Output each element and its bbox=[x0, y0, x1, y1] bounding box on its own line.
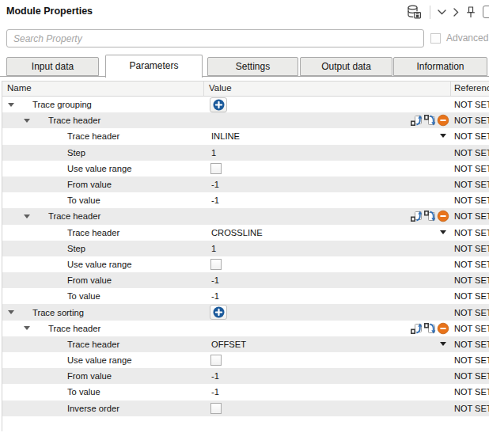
row-name-cell: Use value range bbox=[2, 352, 203, 368]
column-header-reference[interactable]: Reference bbox=[454, 83, 489, 93]
reference-status: NOT SET bbox=[450, 336, 489, 352]
row-name-cell: From value bbox=[2, 177, 203, 192]
row-label: To value bbox=[67, 196, 100, 205]
duplicate-down-icon[interactable] bbox=[423, 210, 436, 222]
dropdown-arrow-icon[interactable] bbox=[440, 230, 446, 237]
expander-icon[interactable] bbox=[24, 119, 30, 126]
expander-icon[interactable] bbox=[8, 103, 14, 110]
table-row[interactable]: Step1NOT SET bbox=[2, 241, 489, 256]
remove-icon[interactable] bbox=[437, 210, 449, 222]
row-value-cell: INLINE bbox=[203, 128, 450, 144]
plus-icon bbox=[213, 99, 225, 111]
row-value-cell bbox=[203, 208, 450, 224]
table-row[interactable]: Trace header NOT SET bbox=[2, 112, 489, 128]
dropdown-arrow-icon[interactable] bbox=[440, 342, 446, 349]
remove-icon[interactable] bbox=[437, 114, 449, 127]
reference-status: NOT SET bbox=[450, 352, 489, 368]
chevron-down-icon[interactable] bbox=[438, 9, 446, 15]
table-row[interactable]: To value-1NOT SET bbox=[2, 384, 489, 400]
remove-icon[interactable] bbox=[437, 322, 449, 335]
value-text[interactable]: -1 bbox=[211, 387, 219, 397]
table-row[interactable]: To value-1NOT SET bbox=[2, 288, 489, 304]
table-row[interactable]: Use value rangeNOT SET bbox=[2, 352, 489, 368]
reference-status: NOT SET bbox=[450, 161, 489, 177]
property-grid: Name Value Reference Trace grouping NOT … bbox=[2, 81, 489, 431]
value-checkbox[interactable] bbox=[210, 355, 222, 366]
expander-icon[interactable] bbox=[8, 310, 14, 317]
table-row[interactable]: Step1NOT SET bbox=[2, 145, 489, 161]
table-row[interactable]: Use value rangeNOT SET bbox=[2, 256, 489, 272]
row-name-cell: Step bbox=[2, 145, 203, 161]
row-name-cell: From value bbox=[2, 368, 203, 384]
group-actions bbox=[410, 322, 449, 335]
duplicate-up-icon[interactable] bbox=[410, 322, 423, 335]
column-header-name[interactable]: Name bbox=[7, 83, 32, 93]
value-text[interactable]: INLINE bbox=[211, 131, 240, 141]
advanced-checkbox[interactable] bbox=[430, 33, 441, 44]
expander-icon[interactable] bbox=[24, 326, 30, 333]
column-header-value[interactable]: Value bbox=[209, 83, 232, 93]
reference-status: NOT SET bbox=[450, 225, 489, 241]
row-name-cell: From value bbox=[2, 272, 203, 288]
tab-parameters[interactable]: Parameters bbox=[105, 55, 203, 78]
tab-settings[interactable]: Settings bbox=[207, 57, 298, 76]
table-row[interactable]: To value-1NOT SET bbox=[2, 192, 489, 208]
value-checkbox[interactable] bbox=[210, 403, 222, 414]
value-text[interactable]: 1 bbox=[211, 244, 216, 253]
duplicate-up-icon[interactable] bbox=[410, 114, 423, 127]
dropdown-arrow-icon[interactable] bbox=[440, 134, 446, 141]
row-name-cell: To value bbox=[2, 192, 203, 208]
value-checkbox[interactable] bbox=[210, 259, 222, 270]
table-row[interactable]: Trace headerOFFSET NOT SET bbox=[2, 336, 489, 352]
value-text[interactable]: -1 bbox=[211, 275, 219, 285]
row-name-cell: To value bbox=[2, 288, 203, 304]
duplicate-up-icon[interactable] bbox=[410, 210, 423, 222]
chevron-right-icon[interactable] bbox=[453, 8, 459, 17]
value-text[interactable]: -1 bbox=[211, 291, 219, 301]
table-row[interactable]: From value-1NOT SET bbox=[2, 272, 489, 288]
table-row[interactable]: Use value rangeNOT SET bbox=[2, 161, 489, 177]
duplicate-down-icon[interactable] bbox=[423, 114, 436, 127]
clipped-panel-icon[interactable] bbox=[483, 6, 489, 18]
table-row[interactable]: Trace headerINLINE NOT SET bbox=[2, 128, 489, 144]
row-label: Inverse order bbox=[67, 404, 119, 413]
value-checkbox[interactable] bbox=[210, 163, 222, 174]
expander-icon[interactable] bbox=[24, 215, 30, 222]
table-row[interactable]: From value-1NOT SET bbox=[2, 368, 489, 384]
add-item-button[interactable] bbox=[210, 97, 227, 112]
table-row[interactable]: Trace header NOT SET bbox=[2, 208, 489, 224]
row-value-cell bbox=[203, 321, 450, 336]
table-row[interactable]: Inverse orderNOT SET bbox=[2, 401, 489, 416]
row-value-cell bbox=[203, 256, 450, 272]
column-divider[interactable] bbox=[203, 82, 204, 96]
titlebar-toolbar bbox=[406, 3, 489, 21]
column-divider[interactable] bbox=[450, 82, 451, 96]
table-row[interactable]: From value-1NOT SET bbox=[2, 177, 489, 192]
table-row[interactable]: Trace header NOT SET bbox=[2, 321, 489, 336]
grid-header: Name Value Reference bbox=[2, 81, 489, 97]
reference-status: NOT SET bbox=[450, 192, 489, 208]
value-text[interactable]: 1 bbox=[211, 148, 216, 158]
row-value-cell bbox=[203, 304, 450, 320]
value-text[interactable]: -1 bbox=[211, 180, 219, 189]
search-input[interactable] bbox=[6, 29, 424, 47]
value-text[interactable]: -1 bbox=[211, 371, 219, 381]
row-label: Trace header bbox=[67, 131, 119, 141]
reference-status: NOT SET bbox=[450, 401, 489, 416]
value-text[interactable]: OFFSET bbox=[211, 340, 246, 349]
row-name-cell: Trace header bbox=[2, 208, 203, 224]
tab-output-data[interactable]: Output data bbox=[300, 57, 392, 76]
value-text[interactable]: CROSSLINE bbox=[211, 228, 263, 237]
tab-information[interactable]: Information bbox=[393, 57, 487, 76]
row-label: Trace header bbox=[48, 211, 100, 221]
duplicate-down-icon[interactable] bbox=[423, 322, 436, 335]
pin-icon[interactable] bbox=[466, 6, 476, 18]
value-text[interactable]: -1 bbox=[211, 196, 219, 205]
table-row[interactable]: Trace headerCROSSLINE NOT SET bbox=[2, 225, 489, 241]
tab-input-data[interactable]: Input data bbox=[6, 57, 99, 76]
table-row[interactable]: Trace sorting NOT SET bbox=[2, 304, 489, 320]
database-save-icon[interactable] bbox=[406, 4, 423, 20]
row-name-cell: Use value range bbox=[2, 161, 203, 177]
table-row[interactable]: Trace grouping NOT SET bbox=[2, 97, 489, 112]
add-item-button[interactable] bbox=[210, 305, 227, 320]
